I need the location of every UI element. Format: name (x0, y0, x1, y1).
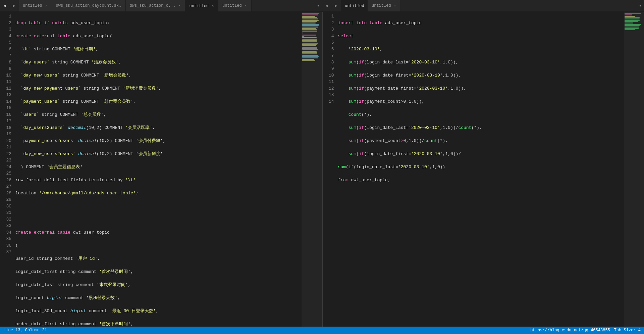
left-minimap (302, 12, 322, 327)
tab-close[interactable]: × (243, 3, 249, 8)
status-bar-right: https://blog.csdn.net/qq_46548855 Tab Si… (530, 328, 641, 333)
tab-bar-left: ◀ ▶ untitled × dws_sku_action_daycount.s… (0, 0, 322, 11)
right-tabs-area: untitled untitled × (341, 0, 637, 11)
left-tabs-area: untitled × dws_sku_action_daycount.sku_i… (19, 0, 315, 11)
tab-untitled-5[interactable]: untitled × (218, 0, 252, 11)
tab-overflow-right[interactable]: ▾ (637, 0, 644, 11)
tab-label: dws_sku_action_daycount.sku_id (56, 3, 123, 8)
tab-label: untitled (345, 4, 365, 8)
right-line-numbers: 1234 5678 9101112 1314 (323, 12, 337, 327)
tab-dws-sku[interactable]: dws_sku_action_daycount.sku_id (52, 0, 126, 11)
status-link[interactable]: https://blog.csdn.net/qq_46548855 (530, 328, 610, 333)
left-line-numbers: 1234 5678 9101112 13141516 17181920 2122… (0, 12, 14, 327)
tab-label: untitled (23, 3, 42, 8)
tab-untitled-1[interactable]: untitled × (19, 0, 52, 11)
left-nav-prev[interactable]: ◀ (0, 0, 9, 11)
right-minimap (624, 12, 644, 327)
tab-close[interactable]: × (210, 3, 215, 9)
tab-size: Tab Size: 4 (614, 328, 641, 333)
tab-label: untitled (189, 4, 209, 8)
tab-untitled-4[interactable]: untitled × (185, 0, 218, 11)
tab-dws-sku-action[interactable]: dws_sku_action_c... × (126, 0, 185, 11)
tab-label: untitled (222, 3, 242, 8)
cursor-position: Line 13, Column 21 (3, 328, 47, 333)
left-editor-content[interactable]: 1234 5678 9101112 13141516 17181920 2122… (0, 12, 322, 327)
right-editor-pane: 1234 5678 9101112 1314 insert into table… (322, 12, 644, 327)
right-code-area[interactable]: insert into table ads_user_topic select … (337, 12, 624, 327)
tab-label: dws_sku_action_c... (130, 3, 176, 8)
tab-right-untitled-2[interactable]: untitled × (368, 0, 401, 11)
tab-bar: ◀ ▶ untitled × dws_sku_action_daycount.s… (0, 0, 644, 12)
editors-container: 1234 5678 9101112 13141516 17181920 2122… (0, 12, 644, 327)
tab-bar-right: ◀ ▶ untitled untitled × ▾ (322, 0, 644, 11)
left-editor-pane: 1234 5678 9101112 13141516 17181920 2122… (0, 12, 322, 327)
tab-close[interactable]: × (44, 3, 49, 8)
status-bar: Line 13, Column 21 https://blog.csdn.net… (0, 327, 644, 334)
status-bar-left: Line 13, Column 21 (3, 328, 47, 333)
tab-close[interactable]: × (392, 3, 398, 8)
left-nav-next[interactable]: ▶ (9, 0, 19, 11)
left-code-area[interactable]: drop table if exists ads_user_topic; cre… (14, 12, 302, 327)
right-nav-prev[interactable]: ◀ (322, 0, 331, 11)
tab-label: untitled (372, 3, 391, 8)
tab-close[interactable]: × (177, 3, 182, 8)
tab-right-untitled-1[interactable]: untitled (341, 0, 368, 11)
right-nav-next[interactable]: ▶ (331, 0, 341, 11)
right-editor-content[interactable]: 1234 5678 9101112 1314 insert into table… (323, 12, 644, 327)
tab-overflow-left[interactable]: ▾ (315, 0, 322, 11)
